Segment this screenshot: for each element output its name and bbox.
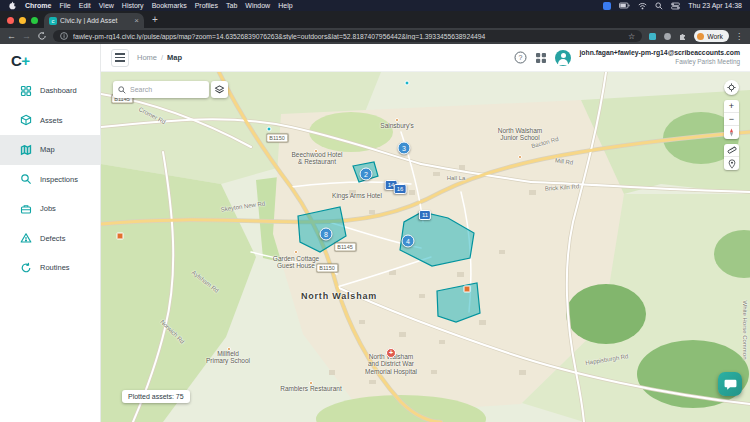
map-viewport[interactable]: B1145B1150B1145B1150Sainsbury'sBeechwood… xyxy=(101,72,750,422)
compass-button[interactable] xyxy=(724,126,739,139)
poi-marker[interactable] xyxy=(227,347,231,351)
ruler-icon xyxy=(727,145,737,155)
url-text[interactable]: fawley-pm-rg14.civic.ly/pulse/apps/map?z… xyxy=(73,33,623,40)
asset-cluster-marker[interactable]: 2 xyxy=(360,168,373,181)
geolocate-icon xyxy=(727,83,736,92)
menubar-clock[interactable]: Thu 23 Apr 14:38 xyxy=(688,2,742,9)
add-marker-button[interactable] xyxy=(724,157,739,170)
sidebar-item-inspections[interactable]: Inspections xyxy=(0,165,100,195)
app-logo[interactable]: C+ xyxy=(0,44,100,69)
menu-bookmarks[interactable]: Bookmarks xyxy=(152,2,187,9)
battery-icon xyxy=(619,2,630,9)
geolocate-button[interactable] xyxy=(724,80,739,95)
hamburger-menu-icon[interactable] xyxy=(111,49,129,67)
bookmark-star-icon[interactable]: ☆ xyxy=(628,32,635,41)
breadcrumb-home[interactable]: Home xyxy=(137,53,157,62)
defects-warning-icon xyxy=(20,232,32,244)
measure-button[interactable] xyxy=(724,144,739,157)
spotlight-search-icon[interactable] xyxy=(655,2,663,10)
map-label: Beechwood Hotel& Restaurant xyxy=(292,151,343,166)
close-window-button[interactable] xyxy=(7,17,14,24)
browser-tab-active[interactable]: c Civic.ly | Add Asset × xyxy=(44,13,144,28)
address-bar[interactable]: fawley-pm-rg14.civic.ly/pulse/apps/map?z… xyxy=(53,30,642,42)
poi-marker[interactable] xyxy=(405,81,410,86)
sidebar-item-defects[interactable]: Defects xyxy=(0,224,100,254)
apple-menu-icon[interactable] xyxy=(8,1,17,11)
reload-button[interactable] xyxy=(37,31,47,41)
poi-marker[interactable] xyxy=(395,118,399,122)
extension-icon[interactable] xyxy=(648,32,657,41)
tab-close-icon[interactable]: × xyxy=(134,17,139,25)
map-search-box[interactable] xyxy=(113,81,209,98)
browser-toolbar: ← → fawley-pm-rg14.civic.ly/pulse/apps/m… xyxy=(0,28,750,44)
apps-grid-icon[interactable] xyxy=(535,52,547,64)
menu-chrome[interactable]: Chrome xyxy=(25,2,51,9)
search-icon xyxy=(118,86,126,94)
profile-avatar xyxy=(697,33,704,40)
asset-cluster-marker[interactable]: 3 xyxy=(398,142,411,155)
back-button[interactable]: ← xyxy=(7,31,16,41)
zoom-out-button[interactable]: − xyxy=(724,113,739,126)
minimize-window-button[interactable] xyxy=(19,17,26,24)
breadcrumb-separator: / xyxy=(161,53,163,62)
map-style-button[interactable] xyxy=(211,81,228,98)
control-center-icon[interactable] xyxy=(671,2,680,10)
user-avatar[interactable] xyxy=(555,50,571,66)
asset-cluster-marker[interactable]: 11 xyxy=(419,210,431,220)
road-shield: B1145 xyxy=(334,243,356,252)
poi-marker[interactable] xyxy=(117,233,124,240)
extensions-puzzle-icon[interactable] xyxy=(678,31,688,41)
zoom-in-button[interactable]: + xyxy=(724,100,739,113)
menubar-app-icon[interactable] xyxy=(603,2,611,10)
menu-help[interactable]: Help xyxy=(278,2,292,9)
menu-view[interactable]: View xyxy=(99,2,114,9)
search-input[interactable] xyxy=(130,86,200,93)
sidebar-item-assets[interactable]: Assets xyxy=(0,106,100,136)
sidebar-item-jobs[interactable]: Jobs xyxy=(0,194,100,224)
extension-icon[interactable] xyxy=(663,32,672,41)
breadcrumb: Home / Map xyxy=(137,53,182,62)
map-label: White Horse Common xyxy=(742,300,749,359)
new-tab-button[interactable]: + xyxy=(144,14,158,28)
menu-history[interactable]: History xyxy=(122,2,144,9)
poi-marker[interactable] xyxy=(267,127,272,132)
asset-cluster-marker[interactable]: 16 xyxy=(394,184,407,194)
sidebar-item-label: Jobs xyxy=(40,204,56,213)
profile-chip[interactable]: Work xyxy=(694,30,729,42)
marker-pin-icon xyxy=(728,159,736,169)
forward-button[interactable]: → xyxy=(22,31,31,41)
sidebar-item-dashboard[interactable]: Dashboard xyxy=(0,76,100,106)
svg-text:?: ? xyxy=(519,54,523,61)
asset-cluster-marker[interactable]: 4 xyxy=(402,235,415,248)
help-icon[interactable]: ? xyxy=(514,51,527,64)
menu-profiles[interactable]: Profiles xyxy=(195,2,218,9)
user-organization: Fawley Parish Meeting xyxy=(579,58,740,66)
asset-cluster-marker[interactable]: 8 xyxy=(320,228,333,241)
menu-tab[interactable]: Tab xyxy=(226,2,237,9)
site-info-icon[interactable] xyxy=(60,32,68,40)
chat-widget-button[interactable] xyxy=(718,372,742,396)
app-header: Home / Map ? john.fagan+fawley-pm-rg14@s… xyxy=(101,44,750,72)
layers-icon xyxy=(214,84,225,95)
window-controls xyxy=(0,17,44,28)
zoom-window-button[interactable] xyxy=(31,17,38,24)
menu-edit[interactable]: Edit xyxy=(79,2,91,9)
sidebar-item-routines[interactable]: Routines xyxy=(0,253,100,283)
poi-marker[interactable] xyxy=(464,286,471,293)
menu-file[interactable]: File xyxy=(59,2,70,9)
routines-icon xyxy=(20,262,32,274)
browser-menu-icon[interactable]: ⋮ xyxy=(735,32,743,41)
hospital-marker[interactable]: + xyxy=(386,348,396,358)
tab-title: Civic.ly | Add Asset xyxy=(60,17,131,24)
user-email: john.fagan+fawley-pm-rg14@scribeaccounts… xyxy=(579,49,740,58)
sidebar-item-label: Defects xyxy=(40,234,65,243)
poi-marker[interactable] xyxy=(314,149,318,153)
sidebar-item-map[interactable]: Map xyxy=(0,135,100,165)
poi-marker[interactable] xyxy=(518,155,522,159)
map-label: MillfieldPrimary School xyxy=(206,350,250,365)
poi-marker[interactable] xyxy=(309,381,313,385)
logo-plus: + xyxy=(21,52,29,69)
user-info[interactable]: john.fagan+fawley-pm-rg14@scribeaccounts… xyxy=(579,49,740,66)
poi-marker[interactable] xyxy=(294,250,298,254)
menu-window[interactable]: Window xyxy=(245,2,270,9)
